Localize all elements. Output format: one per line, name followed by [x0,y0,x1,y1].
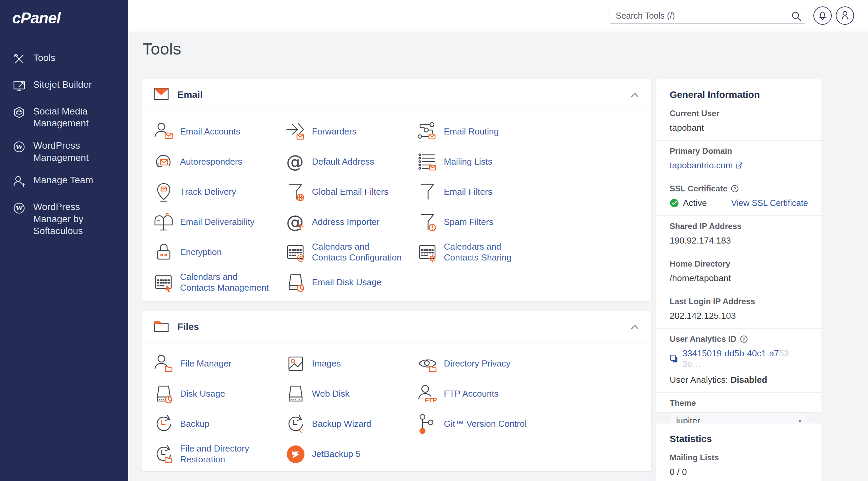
files-section-title: Files [177,321,199,332]
tool-link-address-importer[interactable]: @Address Importer [284,207,416,237]
tool-label: Spam Filters [444,217,493,228]
tool-label: Email Disk Usage [312,277,381,288]
tool-link-file-manager[interactable]: File Manager [152,349,284,379]
calendars-sharing-icon [416,242,439,263]
files-section-header[interactable]: Files [142,311,651,342]
email-section-title: Email [177,89,203,100]
topbar [128,0,868,32]
home-directory-value: /home/tapobant [670,273,808,284]
tool-label: Calendars and Contacts Sharing [444,242,536,263]
tool-label: Address Importer [312,217,379,228]
tool-link-ftp-accounts[interactable]: FTPFTP Accounts [416,379,548,409]
sidebar-item-manage-team[interactable]: Manage Team [0,169,128,196]
default-address-icon: @ [284,151,307,173]
check-badge-icon [670,198,679,208]
notifications-button[interactable] [813,6,832,25]
tool-label: Git™ Version Control [444,419,527,430]
tool-link-git-version-control[interactable]: Git™ Version Control [416,409,548,439]
tool-label: Email Accounts [180,126,240,137]
directory-privacy-icon [416,353,439,375]
calendars-management-icon [152,272,175,293]
tool-label: File Manager [180,358,232,369]
help-icon[interactable]: ? [731,185,739,193]
tool-label: Backup [180,419,210,430]
disk-usage-icon [152,383,175,405]
account-button[interactable] [836,6,854,25]
help-icon[interactable]: ? [740,335,748,343]
tool-link-mailing-lists[interactable]: Mailing Lists [416,147,548,177]
email-routing-icon [416,121,439,143]
sidebar-item-social-media-management[interactable]: Social Media Management [0,100,128,135]
tool-link-calendars-and-contacts-sharing[interactable]: Calendars and Contacts Sharing [416,237,548,267]
tool-link-global-email-filters[interactable]: Global Email Filters [284,177,416,207]
track-delivery-icon [152,181,175,203]
tool-link-email-filters[interactable]: Email Filters [416,177,548,207]
tool-link-email-accounts[interactable]: Email Accounts [152,117,284,147]
tool-label: FTP Accounts [444,389,498,399]
mailing-lists-icon [416,151,439,173]
statistics-title: Statistics [656,423,822,447]
tool-link-encryption[interactable]: Encryption [152,237,284,267]
backup-wizard-icon [284,413,307,435]
tool-label: Email Deliverability [180,217,255,228]
tool-link-spam-filters[interactable]: Spam Filters [416,207,548,237]
general-information-title: General Information [656,79,822,103]
shared-ip-row: Shared IP Address 190.92.174.183 [656,215,822,253]
sidebar-nav: ToolsSitejet BuilderSocial Media Managem… [0,47,128,242]
tool-link-web-disk[interactable]: Web Disk [284,379,416,409]
page-title: Tools [142,39,181,58]
tool-label: Autoresponders [180,156,242,167]
email-icon [154,87,169,102]
file-restoration-icon [152,443,175,465]
tool-link-default-address[interactable]: @Default Address [284,147,416,177]
chevron-up-icon[interactable] [630,91,640,99]
email-section-header[interactable]: Email [142,79,651,110]
tool-label: Web Disk [312,389,350,399]
tool-link-backup[interactable]: Backup [152,409,284,439]
tool-link-jetbackup-5[interactable]: JetBackup 5 [284,439,416,469]
tool-link-autoresponders[interactable]: Autoresponders [152,147,284,177]
theme-label: Theme [670,398,808,408]
chevron-up-icon[interactable] [630,323,640,331]
last-login-ip-label: Last Login IP Address [670,297,808,306]
tool-label: Default Address [312,156,374,167]
tool-link-calendars-and-contacts-management[interactable]: Calendars and Contacts Management [152,267,284,297]
tool-link-images[interactable]: Images [284,349,416,379]
general-information-panel: General Information Current User tapoban… [656,79,822,412]
sidebar-item-label: Sitejet Builder [33,79,92,91]
cpanel-logo[interactable]: cPanel [12,9,60,27]
tool-link-email-routing[interactable]: Email Routing [416,117,548,147]
view-ssl-certificate-link[interactable]: View SSL Certificate [731,198,808,208]
email-section-card: Email Email AccountsForwardersEmail Rout… [142,79,652,301]
tool-link-email-disk-usage[interactable]: Email Disk Usage [284,267,416,297]
current-user-row: Current User tapobant [656,103,822,140]
svg-text:@: @ [297,253,305,263]
search-icon[interactable] [791,11,802,23]
email-filters-icon [416,181,439,203]
jetbackup-icon [284,443,307,465]
tool-link-backup-wizard[interactable]: Backup Wizard [284,409,416,439]
user-analytics-id-link[interactable]: 33415019-dd5b-40c1-a7 [683,348,779,358]
tool-link-file-and-directory-restoration[interactable]: File and Directory Restoration [152,439,284,469]
calendars-config-icon: @ [284,242,307,263]
tool-link-calendars-and-contacts-configuration[interactable]: @Calendars and Contacts Configuration [284,237,416,267]
global-email-filters-icon [284,181,307,203]
tool-link-directory-privacy[interactable]: Directory Privacy [416,349,548,379]
tool-link-email-deliverability[interactable]: Email Deliverability [152,207,284,237]
search-input[interactable] [609,8,806,24]
current-user-value: tapobant [670,123,808,133]
tool-link-forwarders[interactable]: Forwarders [284,117,416,147]
copy-icon[interactable] [670,354,678,363]
sidebar-item-wordpress-manager-by-softaculous[interactable]: WWordPress Manager by Softaculous [0,196,128,242]
tool-link-track-delivery[interactable]: Track Delivery [152,177,284,207]
sidebar-item-sitejet-builder[interactable]: Sitejet Builder [0,74,128,100]
shared-ip-value: 190.92.174.183 [670,235,808,246]
manage-team-icon [13,175,26,191]
sidebar-item-label: WordPress Manager by Softaculous [33,201,119,237]
sidebar-item-wordpress-management[interactable]: WWordPress Management [0,134,128,169]
last-login-ip-value: 202.142.125.103 [670,311,808,321]
tool-link-disk-usage[interactable]: Disk Usage [152,379,284,409]
primary-domain-link[interactable]: tapobantrio.com [670,160,743,170]
sidebar-item-tools[interactable]: Tools [0,47,128,74]
tool-label: Encryption [180,247,222,258]
